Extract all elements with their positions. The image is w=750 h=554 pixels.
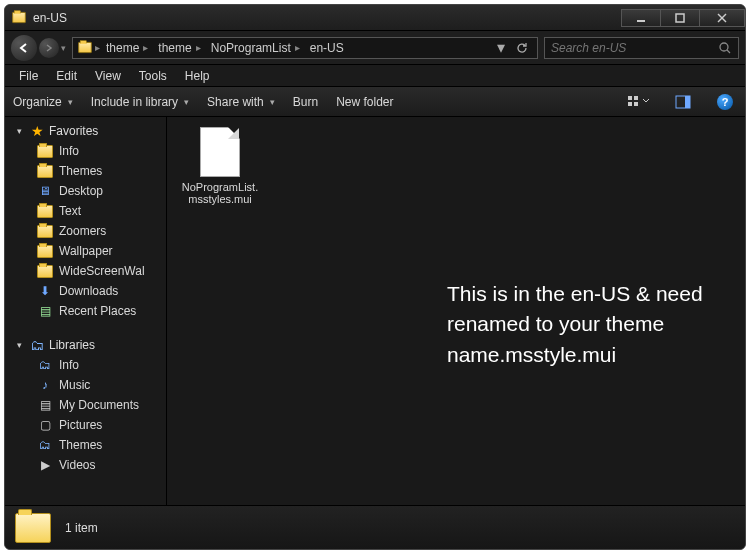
- folder-icon: [37, 163, 53, 179]
- organize-button[interactable]: Organize: [13, 95, 73, 109]
- menu-tools[interactable]: Tools: [131, 67, 175, 85]
- downloads-icon: ⬇: [37, 283, 53, 299]
- documents-icon: ▤: [37, 397, 53, 413]
- sidebar-item-info[interactable]: Info: [5, 141, 166, 161]
- svg-rect-11: [685, 96, 690, 108]
- new-folder-button[interactable]: New folder: [336, 95, 393, 109]
- pictures-icon: ▢: [37, 417, 53, 433]
- chevron-right-icon[interactable]: ▸: [143, 42, 148, 53]
- sidebar-item-themes[interactable]: Themes: [5, 161, 166, 181]
- maximize-button[interactable]: [660, 9, 700, 27]
- minimize-button[interactable]: [621, 9, 661, 27]
- preview-pane-button[interactable]: [671, 93, 695, 111]
- sidebar-item-lib-info[interactable]: 🗂Info: [5, 355, 166, 375]
- menu-edit[interactable]: Edit: [48, 67, 85, 85]
- svg-rect-6: [628, 96, 632, 100]
- file-item[interactable]: NoProgramList.msstyles.mui: [181, 127, 259, 205]
- breadcrumb-segment: theme▸: [102, 41, 152, 55]
- annotation-text: This is in the en-US & need renamed to y…: [447, 279, 725, 370]
- sidebar-item-videos[interactable]: ▶Videos: [5, 455, 166, 475]
- address-bar[interactable]: ▸ theme▸ theme▸ NoProgramList▸ en-US ▾: [72, 37, 538, 59]
- menu-help[interactable]: Help: [177, 67, 218, 85]
- svg-rect-7: [634, 96, 638, 100]
- libraries-header[interactable]: ▾ 🗂 Libraries: [5, 335, 166, 355]
- svg-line-5: [727, 50, 730, 53]
- sidebar-item-pictures[interactable]: ▢Pictures: [5, 415, 166, 435]
- folder-icon: [37, 203, 53, 219]
- library-icon: 🗂: [37, 437, 53, 453]
- include-library-button[interactable]: Include in library: [91, 95, 189, 109]
- favorites-header[interactable]: ▾ ★ Favorites: [5, 121, 166, 141]
- file-icon: [200, 127, 240, 177]
- folder-icon: [37, 263, 53, 279]
- sidebar-item-zoomers[interactable]: Zoomers: [5, 221, 166, 241]
- sidebar-item-downloads[interactable]: ⬇Downloads: [5, 281, 166, 301]
- navigation-bar: ▾ ▸ theme▸ theme▸ NoProgramList▸ en-US ▾: [5, 31, 745, 65]
- collapse-icon: ▾: [17, 340, 25, 350]
- search-input[interactable]: [551, 41, 718, 55]
- address-dropdown-icon[interactable]: ▾: [493, 38, 509, 57]
- status-item-count: 1 item: [65, 521, 98, 535]
- sidebar-item-recent[interactable]: ▤Recent Places: [5, 301, 166, 321]
- menu-bar: File Edit View Tools Help: [5, 65, 745, 87]
- desktop-icon: 🖥: [37, 183, 53, 199]
- file-list-pane[interactable]: NoProgramList.msstyles.mui This is in th…: [167, 117, 745, 505]
- music-icon: ♪: [37, 377, 53, 393]
- status-folder-icon: [15, 513, 51, 543]
- folder-icon: [37, 143, 53, 159]
- title-bar: en-US: [5, 5, 745, 31]
- favorites-label: Favorites: [49, 124, 98, 138]
- sidebar-item-lib-themes[interactable]: 🗂Themes: [5, 435, 166, 455]
- menu-file[interactable]: File: [11, 67, 46, 85]
- close-button[interactable]: [699, 9, 745, 27]
- forward-button[interactable]: [39, 38, 59, 58]
- chevron-right-icon[interactable]: ▸: [196, 42, 201, 53]
- burn-button[interactable]: Burn: [293, 95, 318, 109]
- sidebar-item-widescreen[interactable]: WideScreenWal: [5, 261, 166, 281]
- svg-rect-1: [676, 14, 684, 22]
- search-icon[interactable]: [718, 41, 732, 55]
- libraries-label: Libraries: [49, 338, 95, 352]
- refresh-button[interactable]: [511, 41, 533, 55]
- help-icon: ?: [717, 94, 733, 110]
- collapse-icon: ▾: [17, 126, 25, 136]
- file-name: NoProgramList.msstyles.mui: [181, 181, 259, 205]
- sidebar-item-desktop[interactable]: 🖥Desktop: [5, 181, 166, 201]
- navigation-pane: ▾ ★ Favorites Info Themes 🖥Desktop Text …: [5, 117, 167, 505]
- favorites-group: ▾ ★ Favorites Info Themes 🖥Desktop Text …: [5, 121, 166, 321]
- address-folder-icon: [77, 40, 93, 56]
- chevron-right-icon: ▸: [95, 42, 100, 53]
- svg-point-4: [720, 43, 728, 51]
- help-button[interactable]: ?: [713, 92, 737, 112]
- breadcrumb-segment: NoProgramList▸: [207, 41, 304, 55]
- folder-icon: [37, 243, 53, 259]
- sidebar-item-music[interactable]: ♪Music: [5, 375, 166, 395]
- status-bar: 1 item: [5, 505, 745, 549]
- menu-view[interactable]: View: [87, 67, 129, 85]
- star-icon: ★: [29, 123, 45, 139]
- svg-rect-8: [628, 102, 632, 106]
- search-box[interactable]: [544, 37, 739, 59]
- libraries-group: ▾ 🗂 Libraries 🗂Info ♪Music ▤My Documents…: [5, 335, 166, 475]
- recent-icon: ▤: [37, 303, 53, 319]
- back-button[interactable]: [11, 35, 37, 61]
- window-title: en-US: [33, 11, 622, 25]
- chevron-right-icon[interactable]: ▸: [295, 42, 300, 53]
- explorer-window: en-US ▾ ▸ theme▸ theme▸ NoProgramList▸ e…: [4, 4, 746, 550]
- sidebar-item-wallpaper[interactable]: Wallpaper: [5, 241, 166, 261]
- sidebar-item-text[interactable]: Text: [5, 201, 166, 221]
- svg-rect-9: [634, 102, 638, 106]
- command-bar: Organize Include in library Share with B…: [5, 87, 745, 117]
- sidebar-item-documents[interactable]: ▤My Documents: [5, 395, 166, 415]
- videos-icon: ▶: [37, 457, 53, 473]
- library-icon: 🗂: [37, 357, 53, 373]
- breadcrumb-segment: en-US: [306, 41, 348, 55]
- view-options-button[interactable]: [623, 93, 653, 111]
- libraries-icon: 🗂: [29, 337, 45, 353]
- folder-icon: [37, 223, 53, 239]
- history-dropdown-icon[interactable]: ▾: [61, 43, 66, 53]
- breadcrumb-segment: theme▸: [154, 41, 204, 55]
- share-with-button[interactable]: Share with: [207, 95, 275, 109]
- window-folder-icon: [11, 10, 27, 26]
